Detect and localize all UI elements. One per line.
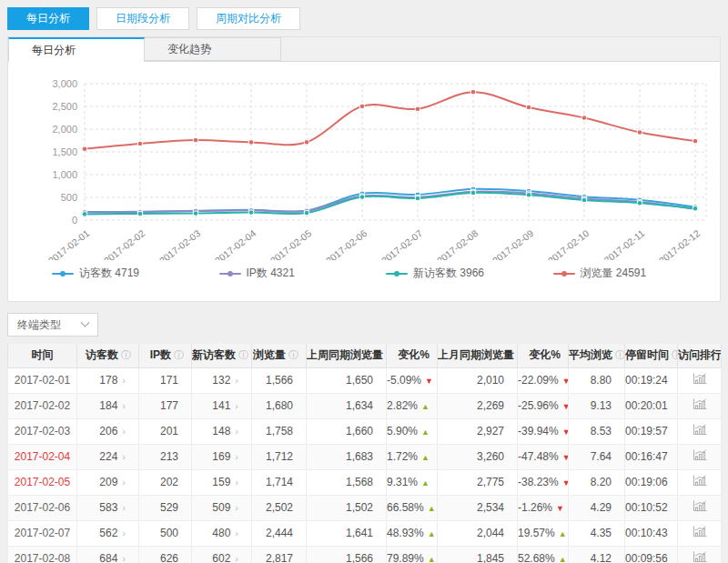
legend-marker-icon	[219, 273, 241, 275]
drilldown-arrow-icon[interactable]: ›	[235, 426, 238, 437]
x-axis-tick: 2017-02-07	[379, 227, 425, 260]
cell-last_month_pv: 2,010	[438, 367, 518, 393]
daily-stats-table: 时间访客数ⓘIP数ⓘ新访客数ⓘ浏览量ⓘ上周同期浏览量ⓘ变化%上月同期浏览量ⓘ变化…	[7, 344, 722, 563]
visit-rank-chart-icon[interactable]	[693, 500, 707, 512]
terminal-type-label: 终端类型	[17, 317, 61, 333]
drilldown-arrow-icon[interactable]: ›	[122, 477, 126, 488]
legend-item-pageviews[interactable]: 浏览量 24591	[553, 266, 721, 281]
cell-new_visitors[interactable]: 602›	[192, 546, 252, 563]
top-tab-daily-analysis[interactable]: 每日分析	[7, 7, 89, 30]
legend-marker-icon	[386, 273, 408, 275]
cell-visitors[interactable]: 224›	[77, 444, 139, 469]
cell-new_visitors[interactable]: 509›	[192, 495, 252, 520]
info-icon[interactable]: ⓘ	[121, 349, 131, 360]
y-axis-tick: 2,500	[52, 101, 77, 112]
cell-avg_pv: 4.35	[569, 520, 625, 546]
cell-week_change: 48.93%▲	[387, 520, 438, 546]
visit-rank-chart-icon[interactable]	[693, 373, 707, 385]
x-axis-tick: 2017-02-10	[546, 227, 592, 260]
cell-ip: 626	[139, 546, 192, 563]
cell-new_visitors[interactable]: 132›	[192, 367, 252, 393]
drilldown-arrow-icon[interactable]: ›	[235, 502, 238, 513]
drilldown-arrow-icon[interactable]: ›	[235, 477, 238, 488]
cell-visitors[interactable]: 178›	[77, 367, 139, 393]
table-row: 2017-02-05209›202159›1,7141,5689.31%▲2,7…	[8, 469, 722, 495]
drilldown-arrow-icon[interactable]: ›	[235, 451, 238, 462]
cell-visitors[interactable]: 209›	[77, 469, 139, 495]
cell-month_change: 52.68%▲	[518, 546, 569, 563]
y-axis-tick: 1,500	[52, 146, 77, 157]
table-body: 2017-02-01178›171132›1,5661,650-5.09%▼2,…	[8, 367, 722, 563]
cell-visitors[interactable]: 184›	[77, 393, 139, 418]
cell-new_visitors[interactable]: 169›	[192, 444, 252, 469]
cell-visitors[interactable]: 562›	[77, 520, 139, 546]
subtab-daily-analysis[interactable]: 每日分析	[8, 37, 145, 62]
drilldown-arrow-icon[interactable]: ›	[122, 375, 126, 386]
cell-ip: 201	[139, 418, 192, 444]
drilldown-arrow-icon[interactable]: ›	[122, 553, 126, 563]
drilldown-arrow-icon[interactable]: ›	[122, 426, 126, 437]
visit-rank-chart-icon[interactable]	[693, 551, 707, 563]
cell-month_change: -25.96%▼	[518, 393, 569, 418]
cell-rank	[678, 469, 722, 495]
info-icon[interactable]: ⓘ	[615, 349, 625, 360]
drilldown-arrow-icon[interactable]: ›	[235, 528, 238, 538]
legend-item-visitors[interactable]: 访客数 4719	[52, 266, 219, 281]
visit-rank-chart-icon[interactable]	[693, 398, 707, 410]
cell-avg_pv: 4.29	[569, 495, 625, 520]
trend-up-icon: ▲	[421, 453, 430, 462]
cell-visitors[interactable]: 583›	[77, 495, 139, 520]
cell-visitors[interactable]: 684›	[77, 546, 139, 563]
table-row: 2017-02-07562›500480›2,4441,64148.93%▲2,…	[8, 520, 722, 546]
info-icon[interactable]: ⓘ	[672, 349, 678, 360]
top-tab-date-range-analysis[interactable]: 日期段分析	[96, 7, 189, 30]
y-axis-tick: 3,000	[52, 78, 77, 89]
legend-item-new-visitors[interactable]: 新访客数 3966	[386, 266, 553, 281]
legend-item-ip[interactable]: IP数 4321	[219, 266, 387, 281]
cell-last_month_pv: 2,775	[438, 469, 518, 495]
trend-down-icon: ▼	[425, 377, 433, 386]
drilldown-arrow-icon[interactable]: ›	[235, 375, 238, 386]
trend-up-icon: ▲	[421, 402, 430, 411]
cell-new_visitors[interactable]: 159›	[192, 469, 252, 495]
cell-last_month_pv: 2,044	[438, 520, 518, 546]
cell-last_week_pv: 1,650	[307, 367, 387, 393]
col-header-new_visitors: 新访客数ⓘ	[192, 344, 252, 367]
trend-down-icon: ▼	[562, 377, 569, 386]
visit-rank-chart-icon[interactable]	[693, 449, 707, 461]
info-icon[interactable]: ⓘ	[288, 349, 298, 360]
visit-rank-chart-icon[interactable]	[693, 526, 707, 538]
info-icon[interactable]: ⓘ	[238, 349, 248, 360]
cell-new_visitors[interactable]: 141›	[192, 393, 252, 418]
drilldown-arrow-icon[interactable]: ›	[122, 400, 126, 411]
cell-last_week_pv: 1,566	[307, 546, 387, 563]
cell-month_change: -39.94%▼	[518, 418, 569, 444]
trend-up-icon: ▲	[428, 504, 436, 513]
info-icon[interactable]: ⓘ	[174, 349, 184, 360]
visit-rank-chart-icon[interactable]	[693, 424, 707, 436]
trend-up-icon: ▲	[428, 555, 436, 563]
cell-new_visitors[interactable]: 480›	[192, 520, 252, 546]
drilldown-arrow-icon[interactable]: ›	[122, 502, 126, 513]
cell-avg_pv: 8.53	[569, 418, 625, 444]
top-tab-period-compare-analysis[interactable]: 周期对比分析	[197, 7, 300, 30]
y-axis-tick: 1,000	[52, 169, 77, 180]
legend-marker-icon	[553, 273, 575, 275]
visit-rank-chart-icon[interactable]	[693, 475, 707, 487]
cell-visitors[interactable]: 206›	[77, 418, 139, 444]
cell-last_week_pv: 1,660	[307, 418, 387, 444]
trend-down-icon: ▼	[562, 478, 569, 488]
cell-last_week_pv: 1,683	[307, 444, 387, 469]
table-header: 时间访客数ⓘIP数ⓘ新访客数ⓘ浏览量ⓘ上周同期浏览量ⓘ变化%上月同期浏览量ⓘ变化…	[8, 344, 722, 367]
subtab-change-trend[interactable]: 变化趋势	[145, 37, 281, 61]
drilldown-arrow-icon[interactable]: ›	[122, 451, 126, 462]
cell-date: 2017-02-07	[8, 520, 77, 546]
drilldown-arrow-icon[interactable]: ›	[235, 553, 238, 563]
drilldown-arrow-icon[interactable]: ›	[235, 400, 238, 411]
cell-pv: 1,680	[252, 393, 307, 418]
x-axis-tick: 2017-02-12	[657, 227, 703, 260]
cell-new_visitors[interactable]: 148›	[192, 418, 252, 444]
drilldown-arrow-icon[interactable]: ›	[122, 528, 126, 538]
terminal-type-select[interactable]: 终端类型	[7, 313, 98, 337]
cell-last_month_pv: 2,927	[438, 418, 518, 444]
